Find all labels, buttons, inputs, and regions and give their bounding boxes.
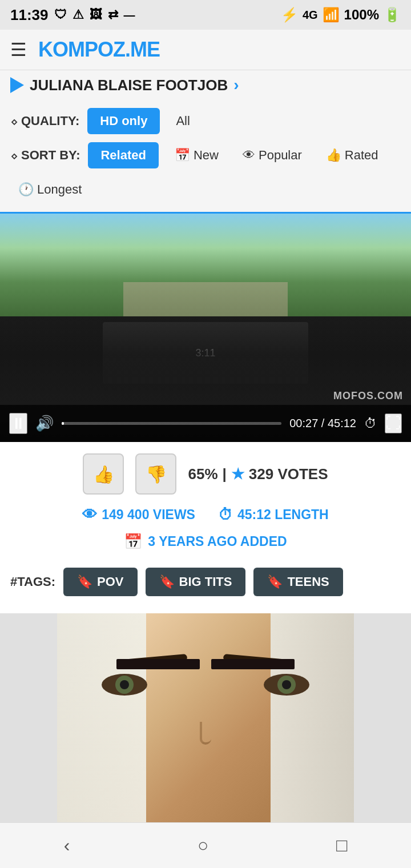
tags-row: #TAGS: 🔖 POV 🔖 BIG TITS 🔖 TEENS bbox=[10, 562, 401, 602]
hair-right bbox=[271, 613, 354, 830]
tag-icon-2: 🔖 bbox=[159, 574, 175, 589]
status-right: ⚡ 4G 📶 100% 🔋 bbox=[281, 7, 401, 23]
new-button[interactable]: 📅 New bbox=[167, 142, 227, 168]
star-icon: ★ bbox=[231, 465, 244, 483]
pupil-left bbox=[120, 680, 129, 689]
popular-button[interactable]: 👁 Popular bbox=[235, 142, 310, 168]
pause-button[interactable]: ⏸ bbox=[9, 413, 27, 434]
controls-section: ⬦ QUALITY: HD only All ⬦ SORT BY: Relate… bbox=[0, 102, 411, 214]
eyes-row bbox=[102, 674, 309, 696]
warning-icon: ⚠ bbox=[72, 7, 84, 22]
play-icon bbox=[10, 77, 24, 93]
watermark: MOFOS.COM bbox=[333, 390, 403, 402]
arrows-icon: ⇄ bbox=[108, 7, 118, 22]
logo-main: KOMPOZ bbox=[38, 38, 125, 61]
nose bbox=[200, 722, 211, 745]
battery-icon: 🔋 bbox=[384, 7, 401, 23]
dash-icon: — bbox=[124, 9, 135, 22]
lashes-right bbox=[211, 659, 295, 669]
sort-arrow-icon: ⬦ bbox=[10, 148, 18, 163]
thumbnail-image[interactable] bbox=[57, 613, 354, 830]
all-button[interactable]: All bbox=[168, 108, 198, 134]
time-display: 11:39 bbox=[10, 6, 49, 24]
tag-pov-label: POV bbox=[97, 574, 123, 589]
player-controls: ⏸ 🔊 00:27 / 45:12 ⏱ ⛶ bbox=[0, 405, 411, 442]
clock-sort-icon: 🕐 bbox=[18, 182, 34, 197]
hamburger-menu[interactable]: ☰ bbox=[10, 39, 27, 61]
vote-count: 329 VOTES bbox=[249, 465, 328, 483]
tag-teens-button[interactable]: 🔖 TEENS bbox=[253, 568, 342, 596]
views-info: 👁 149 400 VIEWS bbox=[82, 506, 195, 524]
iris-left bbox=[115, 676, 134, 694]
eye-right bbox=[264, 674, 309, 696]
thumb-sort-icon: 👍 bbox=[326, 148, 341, 163]
volume-icon[interactable]: 🔊 bbox=[35, 415, 54, 432]
thumbs-down-button[interactable]: 👎 bbox=[135, 453, 176, 495]
vote-row: 👍 👎 65% | ★ 329 VOTES bbox=[10, 453, 401, 495]
separator: | bbox=[223, 465, 227, 483]
lte-icon: 4G bbox=[303, 9, 318, 22]
calendar-sort-icon: 📅 bbox=[175, 148, 190, 163]
rated-button[interactable]: 👍 Rated bbox=[318, 142, 386, 168]
clock-icon: ⏱ bbox=[218, 506, 233, 524]
bluetooth-icon: ⚡ bbox=[281, 7, 298, 23]
calendar-icon: 📅 bbox=[124, 533, 142, 550]
shield-icon: 🛡 bbox=[54, 7, 67, 22]
quality-row: ⬦ QUALITY: HD only All bbox=[10, 108, 401, 134]
tag-teens-label: TEENS bbox=[287, 574, 329, 589]
video-player[interactable]: 3:11 MOFOS.COM ⏸ 🔊 00:27 / 45:12 ⏱ ⛶ bbox=[0, 214, 411, 442]
chevron-right-icon[interactable]: › bbox=[233, 76, 239, 94]
tag-icon: 🔖 bbox=[77, 574, 92, 589]
hd-only-button[interactable]: HD only bbox=[87, 108, 160, 134]
back-button[interactable]: ‹ bbox=[47, 829, 87, 862]
status-bar: 11:39 🛡 ⚠ 🖼 ⇄ — ⚡ 4G 📶 100% 🔋 bbox=[0, 0, 411, 30]
tag-bigtits-button[interactable]: 🔖 BIG TITS bbox=[146, 568, 246, 596]
home-button[interactable]: ○ bbox=[180, 829, 225, 862]
hair-left bbox=[57, 613, 146, 830]
stats-section: 👍 👎 65% | ★ 329 VOTES 👁 149 400 VIEWS ⏱ … bbox=[0, 442, 411, 613]
longest-button[interactable]: 🕐 Longest bbox=[10, 176, 90, 203]
progress-bar[interactable] bbox=[62, 422, 281, 425]
vote-stats: 65% | ★ 329 VOTES bbox=[188, 465, 328, 483]
logo-suffix: ME bbox=[130, 38, 160, 61]
tag-bigtits-label: BIG TITS bbox=[179, 574, 232, 589]
tags-label: #TAGS: bbox=[10, 574, 55, 589]
tag-pov-button[interactable]: 🔖 POV bbox=[63, 568, 137, 596]
fullscreen-button[interactable]: ⛶ bbox=[385, 413, 402, 433]
time-display: 00:27 / 45:12 bbox=[289, 417, 356, 430]
added-row: 📅 3 YEARS AGO ADDED bbox=[10, 533, 401, 550]
progress-fill bbox=[62, 422, 64, 425]
info-row: 👁 149 400 VIEWS ⏱ 45:12 LENGTH bbox=[10, 506, 401, 524]
sort-row: ⬦ SORT BY: Related 📅 New 👁 Popular 👍 Rat… bbox=[10, 142, 401, 168]
battery-text: 100% bbox=[344, 7, 379, 23]
lashes-left bbox=[116, 659, 200, 669]
added-text: 3 YEARS AGO ADDED bbox=[148, 534, 287, 549]
iris-right bbox=[277, 676, 296, 694]
video-title: JULIANA BLAISE FOOTJOB bbox=[30, 77, 228, 94]
header: ☰ KOMPOZ.ME bbox=[0, 30, 411, 70]
length-info: ⏱ 45:12 LENGTH bbox=[218, 506, 329, 524]
eye-left bbox=[102, 674, 147, 696]
sort-label: ⬦ SORT BY: bbox=[10, 148, 80, 163]
tag-icon-3: 🔖 bbox=[267, 574, 283, 589]
thumbs-up-button[interactable]: 👍 bbox=[83, 453, 124, 495]
image-icon: 🖼 bbox=[90, 7, 102, 22]
related-button[interactable]: Related bbox=[88, 142, 158, 168]
logo[interactable]: KOMPOZ.ME bbox=[38, 38, 160, 62]
quality-arrow-icon: ⬦ bbox=[10, 114, 18, 128]
signal-icon: 📶 bbox=[323, 7, 340, 23]
length-value: 45:12 LENGTH bbox=[237, 507, 329, 523]
recents-button[interactable]: □ bbox=[319, 829, 364, 862]
pupil-right bbox=[282, 680, 291, 689]
eye-sort-icon: 👁 bbox=[243, 148, 255, 163]
vote-percentage: 65% bbox=[188, 465, 217, 483]
views-count: 149 400 VIEWS bbox=[102, 507, 195, 523]
quality-label: ⬦ QUALITY: bbox=[10, 114, 79, 128]
logo-dot: . bbox=[125, 38, 130, 61]
longest-row: 🕐 Longest bbox=[10, 176, 401, 203]
timer-icon: ⏱ bbox=[364, 416, 377, 431]
navigation-bar: ‹ ○ □ bbox=[0, 822, 411, 868]
status-left: 11:39 🛡 ⚠ 🖼 ⇄ — bbox=[10, 6, 135, 24]
eye-icon: 👁 bbox=[82, 506, 97, 524]
title-bar: JULIANA BLAISE FOOTJOB › bbox=[0, 70, 411, 102]
